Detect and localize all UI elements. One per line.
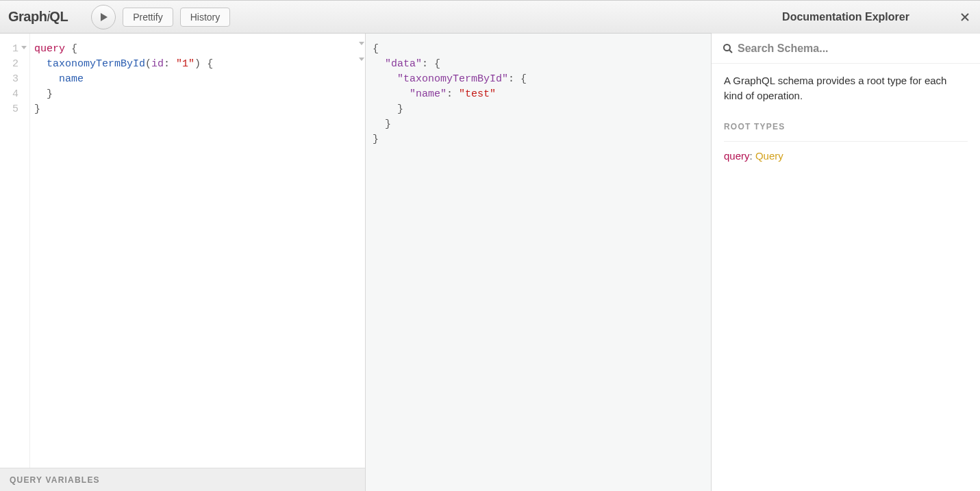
- root-type-row: query: Query: [724, 141, 968, 164]
- fold-icon[interactable]: [21, 46, 27, 49]
- search-input[interactable]: [738, 42, 969, 55]
- line-number: 5: [0, 102, 25, 117]
- colon-brace: : {: [422, 58, 440, 70]
- docs-body: A GraphQL schema provides a root type fo…: [712, 64, 980, 173]
- main-area: 1 2 3 4 5 query { taxonomyTermById(id: "…: [0, 34, 980, 491]
- docs-title: Documentation Explorer: [782, 11, 909, 23]
- field-name: taxonomyTermById: [47, 58, 145, 70]
- documentation-explorer: Documentation Explorer A GraphQL schema …: [712, 34, 980, 491]
- line-number: 4: [0, 87, 25, 102]
- query-editor[interactable]: 1 2 3 4 5 query { taxonomyTermById(id: "…: [0, 34, 365, 468]
- svg-point-1: [724, 45, 730, 51]
- json-key: "name": [410, 88, 447, 100]
- result-fold-gutter: [357, 42, 366, 73]
- colon-brace: : {: [508, 73, 527, 85]
- history-button[interactable]: History: [180, 8, 231, 27]
- root-types-label: ROOT TYPES: [724, 121, 968, 133]
- brace: }: [385, 118, 391, 130]
- query-variables-label: Query Variables: [10, 475, 100, 485]
- json-key: "taxonomyTermById": [397, 73, 508, 85]
- prettify-button[interactable]: Prettify: [123, 8, 173, 27]
- brace: {: [373, 43, 379, 55]
- string-value: "1": [176, 58, 194, 70]
- colon: :: [750, 150, 755, 162]
- brace: {: [201, 58, 213, 70]
- app-logo: GraphiQL: [8, 9, 68, 25]
- svg-marker-0: [101, 13, 108, 21]
- line-number: 1: [0, 42, 25, 57]
- line-gutter: 1 2 3 4 5: [0, 34, 30, 468]
- paren: ): [194, 58, 201, 70]
- argument-name: id: [151, 58, 164, 70]
- line-number: 3: [0, 72, 25, 87]
- keyword: query: [34, 43, 65, 55]
- execute-button[interactable]: [91, 5, 116, 29]
- paren: (: [145, 58, 151, 70]
- close-icon: [959, 12, 970, 23]
- brace: }: [34, 103, 40, 115]
- fold-icon[interactable]: [359, 58, 364, 61]
- logo-text-left: Graph: [8, 9, 47, 24]
- brace: }: [397, 103, 403, 115]
- json-string: "test": [459, 88, 496, 100]
- brace: {: [65, 43, 77, 55]
- root-field-name: query: [724, 150, 750, 162]
- brace: }: [47, 88, 53, 100]
- logo-text-right: QL: [49, 9, 68, 24]
- root-type-link[interactable]: Query: [755, 150, 783, 162]
- close-docs-button[interactable]: [959, 12, 970, 23]
- svg-line-2: [729, 50, 732, 53]
- schema-description: A GraphQL schema provides a root type fo…: [724, 73, 968, 103]
- query-variables-bar[interactable]: Query Variables: [0, 468, 365, 491]
- docs-search: [712, 34, 980, 64]
- play-icon: [99, 12, 108, 22]
- colon: :: [164, 58, 176, 70]
- json-key: "data": [385, 58, 422, 70]
- result-content[interactable]: { "data": { "taxonomyTermById": { "name"…: [373, 42, 704, 147]
- search-icon: [723, 43, 733, 54]
- colon: :: [447, 88, 459, 100]
- docs-header: Documentation Explorer: [712, 1, 980, 34]
- line-number: 2: [0, 57, 25, 72]
- query-editor-column: 1 2 3 4 5 query { taxonomyTermById(id: "…: [0, 34, 366, 491]
- result-pane: { "data": { "taxonomyTermById": { "name"…: [366, 34, 712, 491]
- fold-icon[interactable]: [359, 42, 364, 45]
- code-content[interactable]: query { taxonomyTermById(id: "1") { name…: [30, 34, 218, 468]
- field-name: name: [59, 73, 84, 85]
- brace: }: [373, 134, 379, 145]
